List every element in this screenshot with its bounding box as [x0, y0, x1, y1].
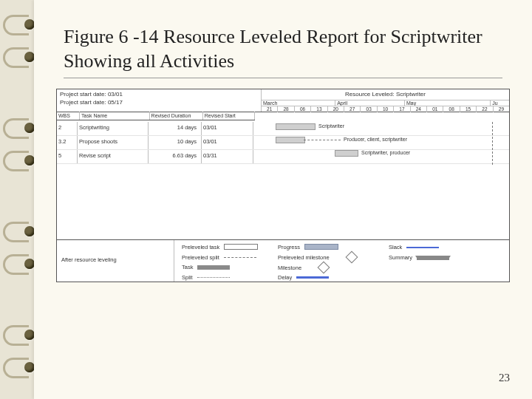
legend-swatch-preleveled-task	[224, 244, 258, 250]
legend-label: Preleveled task	[182, 244, 219, 250]
project-end-date: Project start date: 05/17	[60, 99, 258, 107]
col-header-wbs: WBS	[57, 112, 80, 120]
legend-label: Milestone	[278, 265, 301, 271]
gantt-bar-label: Scriptwriter, producer	[361, 150, 410, 155]
legend-label: Split	[182, 274, 193, 281]
legend-swatch-summary	[417, 256, 449, 260]
legend: After resource leveling Preleveled task …	[57, 239, 509, 282]
col-header-start: Revised Start	[203, 112, 255, 120]
project-start-date: Project start date: 03/01	[60, 91, 258, 99]
legend-note: After resource leveling	[57, 240, 174, 282]
legend-swatch-split	[197, 277, 230, 278]
gantt-bar-label: Producer, client, scriptwriter	[344, 137, 407, 142]
legend-label: Progress	[278, 244, 300, 250]
legend-swatch-delay	[296, 276, 329, 279]
legend-label: Slack	[389, 244, 402, 250]
col-header-task: Task Name	[80, 112, 150, 120]
gantt-bar	[335, 150, 358, 157]
legend-swatch-preleveled-milestone	[345, 251, 358, 264]
page-number: 23	[499, 372, 510, 384]
report-container: Project start date: 03/01 Project start …	[56, 89, 510, 282]
legend-label: Summary	[389, 254, 412, 261]
gantt-bar-label: Scriptwriter	[318, 123, 344, 129]
col-header-duration: Revised Duration	[150, 112, 203, 120]
legend-label: Task	[182, 264, 193, 270]
gantt-bar	[276, 123, 316, 130]
legend-label: Delay	[278, 274, 292, 281]
legend-swatch-task	[197, 265, 230, 270]
day-header-row: 21 28 06 13 20 27 03 10 17 24 01 08 15 2…	[262, 106, 509, 112]
legend-swatch-preleveled-split	[224, 257, 256, 258]
report-resource-title: Resource Leveled: Scriptwriter	[262, 89, 509, 98]
legend-swatch-milestone	[318, 262, 330, 274]
gantt-bar	[276, 137, 305, 143]
legend-label: Preleveled milestone	[278, 254, 330, 261]
gantt-split-line	[304, 140, 341, 140]
legend-swatch-progress	[304, 244, 338, 250]
legend-swatch-slack	[406, 247, 439, 248]
legend-label: Preleveled split	[182, 254, 219, 261]
figure-title: Figure 6 -14 Resource Leveled Report for…	[64, 25, 502, 78]
gantt-chart: Scriptwriter Producer, client, scriptwri…	[255, 122, 509, 165]
